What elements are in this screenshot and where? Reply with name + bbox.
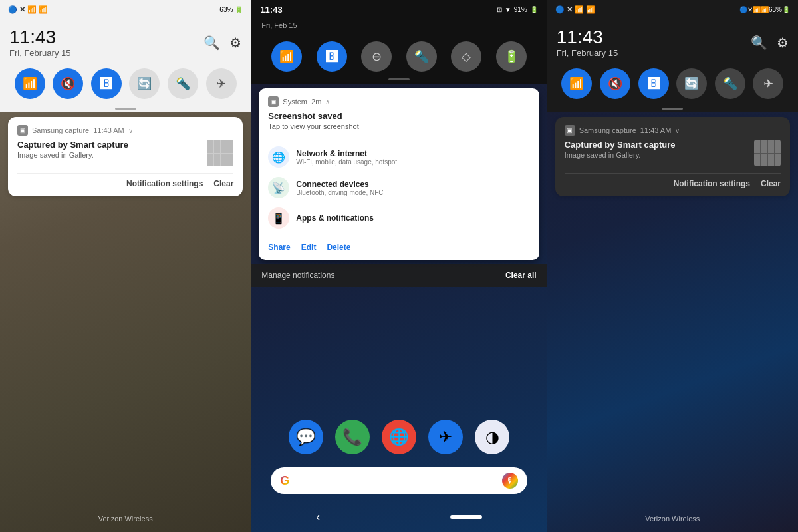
right-battery-pct: 🔵✕📶📶63%🔋 [739,6,790,13]
settings-icon[interactable]: ⚙ [229,35,241,51]
right-tile-mute[interactable]: 🔇 [600,68,630,99]
delete-button[interactable]: Delete [327,243,350,252]
right-notif-title: Captured by Smart capture [565,140,747,150]
tile-mute[interactable]: 🔇 [53,68,83,99]
mid-tile-dnd[interactable]: ⊖ [361,41,392,72]
right-status-bar: 🔵 ✕ 📶 📶 🔵✕📶📶63%🔋 [547,0,798,19]
nav-back-button[interactable]: ‹ [316,510,320,524]
right-notification-settings-button[interactable]: Notification settings [674,179,750,188]
left-datetime: 11:43 Fri, February 15 [9,27,70,58]
tile-airplane[interactable]: ✈ [206,68,237,99]
mid-tile-share[interactable]: ◇ [451,41,481,72]
phone-app[interactable]: 📞 [335,420,370,454]
right-tile-flashlight[interactable]: 🔦 [715,68,745,99]
right-notif-chevron[interactable]: ∨ [675,127,680,134]
notif-sub: Image saved in Gallery. [17,151,200,159]
mid-app-name: System [283,98,307,106]
nav-home-pill[interactable] [450,515,482,519]
telegram-app[interactable]: ✈ [428,420,463,454]
right-header-icons: 🔍 ⚙ [751,35,789,51]
left-header: 11:43 Fri, February 15 🔍 ⚙ [0,19,251,62]
right-battery: 🔵✕📶📶63%🔋 [739,6,790,13]
right-tile-bluetooth[interactable]: 🅱 [638,68,669,99]
battery-pct: 63% [219,6,233,13]
notif-title: Captured by Smart capture [17,140,200,150]
left-notification-card[interactable]: ▣ Samsung capture 11:43 AM ∨ Captured by… [8,117,243,196]
notif-body: Captured by Smart capture Image saved in… [17,140,233,166]
notif-header: ▣ Samsung capture 11:43 AM ∨ [17,125,233,136]
left-date: Fri, February 15 [9,48,70,58]
wifi-indicator: ▼ [505,6,511,13]
manage-notifications-bar: Manage notifications Clear all [251,264,547,287]
rotate-icon: ⊡ [497,6,502,13]
right-tile-rotate[interactable]: 🔄 [676,68,707,99]
notif-text: Captured by Smart capture Image saved in… [17,140,200,159]
edit-button[interactable]: Edit [301,243,317,252]
mid-card-sub: Tap to view your screenshot [268,122,529,130]
mid-app-icon: ▣ [268,96,279,107]
google-g-logo: G [280,474,289,488]
right-divider [547,106,798,112]
right-search-icon[interactable]: 🔍 [751,35,767,51]
left-carrier: Verizon Wireless [0,515,251,523]
mid-divider-line [388,78,410,80]
mid-notification-card[interactable]: ▣ System 2m ∧ Screenshot saved Tap to vi… [259,88,539,260]
nav-bar: ‹ [251,505,547,532]
google-mic-button[interactable]: 🎙 [502,473,518,489]
clear-button[interactable]: Clear [213,179,233,188]
right-datetime: 11:43 Fri, February 15 [557,27,618,58]
notif-header-left: ▣ Samsung capture 11:43 AM ∨ [17,125,133,136]
left-battery: 63% 🔋 [219,6,243,13]
apps-title: Apps & notifications [296,213,374,223]
notif-thumbnail [207,140,233,166]
mid-card-title: Screenshot saved [268,111,529,121]
tile-flashlight[interactable]: 🔦 [168,68,198,99]
battery-icon: 🔋 [235,6,243,13]
settings-item-apps[interactable]: 📱 Apps & notifications [268,203,529,233]
left-time: 11:43 [9,27,70,48]
google-search-bar[interactable]: G 🎙 [271,467,527,494]
right-tile-wifi[interactable]: 📶 [561,68,592,99]
mid-card-chevron[interactable]: ∧ [325,98,330,106]
right-carrier: Verizon Wireless [547,515,798,523]
right-notif-sub: Image saved in Gallery. [565,151,747,159]
right-panel: 🔵 ✕ 📶 📶 🔵✕📶📶63%🔋 11:43 Fri, February 15 … [547,0,798,532]
mid-tile-bluetooth[interactable]: 🅱 [317,41,347,72]
right-notification-card[interactable]: ▣ Samsung capture 11:43 AM ∨ Captured by… [555,117,790,196]
share-button[interactable]: Share [268,243,290,252]
right-clear-button[interactable]: Clear [761,179,781,188]
manage-label[interactable]: Manage notifications [261,271,334,280]
google-app[interactable]: ◑ [475,420,509,454]
right-tile-airplane[interactable]: ✈ [753,68,783,99]
notif-chevron[interactable]: ∨ [128,127,133,134]
mid-tile-flashlight[interactable]: 🔦 [406,41,437,72]
right-time: 11:43 [557,27,618,48]
right-notif-actions: Notification settings Clear [565,173,781,188]
left-divider [0,106,251,112]
tile-rotate[interactable]: 🔄 [129,68,160,99]
mid-tile-battery[interactable]: 🔋 [496,41,527,72]
right-settings-icon[interactable]: ⚙ [777,35,789,51]
left-status-bar: 🔵 ✕ 📶 📶 63% 🔋 [0,0,251,19]
left-status-icons: 🔵 ✕ 📶 📶 [8,5,48,14]
mid-tile-wifi[interactable]: 📶 [271,41,302,72]
settings-item-devices[interactable]: 📡 Connected devices Bluetooth, driving m… [268,172,529,203]
notification-settings-button[interactable]: Notification settings [126,179,203,188]
tile-bluetooth[interactable]: 🅱 [91,68,122,99]
notif-app-name: Samsung capture [32,126,89,134]
messages-app[interactable]: 💬 [289,420,323,454]
clear-all-button[interactable]: Clear all [505,271,537,280]
app-dock: 💬 📞 🌐 ✈ ◑ [251,412,547,462]
chrome-app[interactable]: 🌐 [382,420,416,454]
card-actions: Share Edit Delete [268,239,529,252]
right-notif-app-name: Samsung capture [579,126,636,134]
search-icon[interactable]: 🔍 [203,35,220,51]
tile-wifi[interactable]: 📶 [15,68,45,99]
devices-text: Connected devices Bluetooth, driving mod… [296,180,383,196]
right-notif-header-left: ▣ Samsung capture 11:43 AM ∨ [565,125,680,136]
right-quick-tiles: 📶 🔇 🅱 🔄 🔦 ✈ [547,62,798,106]
settings-item-network[interactable]: 🌐 Network & internet Wi-Fi, mobile, data… [268,142,529,172]
mid-status-bar: 11:43 ⊡ ▼ 91% 🔋 [251,0,547,19]
network-text: Network & internet Wi-Fi, mobile, data u… [296,149,397,166]
left-panel: 🔵 ✕ 📶 📶 63% 🔋 11:43 Fri, February 15 🔍 ⚙… [0,0,251,532]
